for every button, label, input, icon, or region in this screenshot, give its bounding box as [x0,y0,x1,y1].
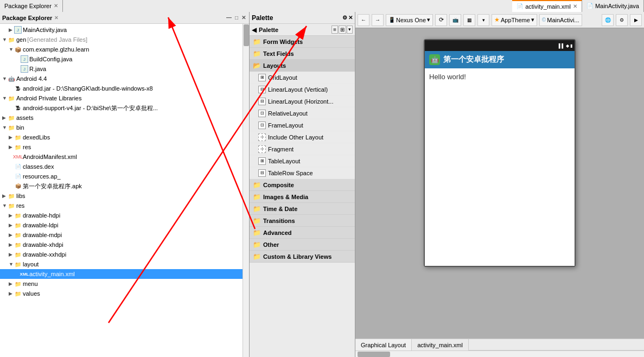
scrollbar-thumb [244,24,249,46]
tree-item-androidjar[interactable]: 🗜 android.jar - D:\ShangGK\adt-bundle-wi… [0,84,243,93]
palette-item-framelayout[interactable]: ⊡ FrameLayout [250,119,355,131]
palette-close-icon[interactable]: ✕ [348,15,353,21]
tab-close-activity-main[interactable]: ✕ [573,3,577,9]
tree-item-private-libs[interactable]: ▼ 📁 Android Private Libraries [0,93,243,103]
palette-section-other[interactable]: 📁 Other [250,239,355,251]
maximize-btn[interactable]: □ [234,15,239,21]
tree-item-support[interactable]: 🗜 android-support-v4.jar - D:\biShe\第一个安… [0,103,243,113]
api-btn[interactable]: ⚙ [616,14,628,26]
tab-mainactivity-java[interactable]: 📄 MainActivity.java [582,0,644,12]
palette-section-advanced[interactable]: 📁 Advanced [250,227,355,239]
tree-item-drawable-mdpi[interactable]: ▶ 📁 drawable-mdpi [0,230,243,240]
tree-item-dexedlibs[interactable]: ▶ 📁 dexedLibs [0,132,243,142]
tree-arrow: ▼ [9,262,13,267]
palette-section-transitions[interactable]: 📁 Transitions [250,215,355,227]
tab-close-package-explorer[interactable]: ✕ [54,3,58,9]
palette-section-layouts[interactable]: 📂 Layouts [250,60,355,72]
file-icon: 📄 [14,163,22,170]
folder-icon: 📁 [253,181,261,189]
header-close-icon: ✕ [54,15,59,21]
device-selector-dropdown[interactable]: 📱 Nexus One ▾ [386,14,433,26]
toolbar-forward-btn[interactable]: → [372,14,384,26]
palette-section-custom-library[interactable]: 📁 Custom & Library Views [250,251,355,263]
tree-item-resources[interactable]: 📄 resources.ap_ [0,171,243,181]
screen-btn[interactable]: 📺 [449,14,461,26]
palette-section-time-date[interactable]: 📁 Time & Date [250,203,355,215]
palette-item-relativelayout[interactable]: ⊡ RelativeLayout [250,107,355,119]
item-label: values [23,290,40,297]
palette-settings-icon[interactable]: ⚙ [342,15,347,21]
palette-section-form-widgets[interactable]: 📁 Form Widgets [250,36,355,48]
tree-arrow: ▶ [9,135,13,140]
palette-item-linearlayout-v[interactable]: ⊟ LinearLayout (Vertical) [250,84,355,95]
screen-btn-2[interactable]: ▦ [463,14,475,26]
more-btn[interactable]: ▾ [477,14,489,26]
palette-title: Palette [252,14,273,22]
horizontal-scrollbar[interactable] [355,350,644,357]
tree-item-bin[interactable]: ▼ 📁 bin [0,123,243,132]
tab-package-explorer[interactable]: Package Explorer ✕ [0,0,63,12]
tree-item-android44[interactable]: ▼ 🤖 Android 4.4 [0,74,243,84]
palette-section-text-fields[interactable]: 📁 Text Fields [250,48,355,60]
palette-view-btn-1[interactable]: ≡ [331,25,338,34]
palette-back-arrow[interactable]: ◀ [252,26,257,34]
palette-item-fragment[interactable]: ⊹ Fragment [250,143,355,155]
tree-item-androidmanifest[interactable]: XML AndroidManifest.xml [0,152,243,162]
panel-controls: — □ ✕ [225,15,247,21]
minimize-btn[interactable]: — [225,15,233,21]
palette-item-include-other[interactable]: ⊹ Include Other Layout [250,131,355,143]
palette-item-tablelayout[interactable]: ⊞ TableLayout [250,155,355,167]
tree-item-assets[interactable]: ▶ 📁 assets [0,113,243,123]
xml-tab[interactable]: activity_main.xml [412,339,469,351]
tree-item-res-bin[interactable]: ▶ 📁 res [0,142,243,152]
tree-item-menu[interactable]: ▶ 📁 menu [0,279,243,289]
rotate-btn[interactable]: ⟳ [435,14,447,26]
tree-item-buildconfig[interactable]: J BuildConfig.java [0,54,243,64]
theme-selector[interactable]: ★ AppTheme ▾ [492,14,537,26]
toolbar-back-btn[interactable]: ← [358,14,369,26]
apk-icon: 📦 [14,182,22,190]
theme-dropdown-arrow: ▾ [531,16,534,23]
tree-item-layout[interactable]: ▼ 📁 layout [0,259,243,269]
activity-name: MainActivi... [547,17,579,23]
activity-selector[interactable]: © MainActivi... [539,14,582,26]
tree-item-libs[interactable]: ▶ 📁 libs [0,191,243,201]
palette-item-linearlayout-h[interactable]: ⊟ LinearLayout (Horizont... [250,95,355,107]
tree-item-gen[interactable]: ▼ 📁 gen [Generated Java Files] [0,35,243,44]
tree-arrow: ▶ [9,27,13,33]
gridlayout-icon: ⊞ [258,74,266,81]
tree-item-res[interactable]: ▼ 📁 res [0,201,243,211]
tab-activity-main-xml[interactable]: 📄 activity_main.xml ✕ [512,0,582,12]
tree-item-rjava[interactable]: J R.java [0,64,243,74]
tree-item-mainactivity[interactable]: ▶ J MainActivity.java [0,25,243,35]
palette-section-images-media[interactable]: 📁 Images & Media [250,191,355,203]
tree-item-drawable-ldpi[interactable]: ▶ 📁 drawable-ldpi [0,220,243,230]
palette-view-btn-2[interactable]: ⊞ [339,25,346,34]
tree-item-drawable-hdpi[interactable]: ▶ 📁 drawable-hdpi [0,211,243,220]
item-label: android.jar - D:\ShangGK\adt-bundle-wind… [23,85,153,92]
tree-item-apk[interactable]: 📦 第一个安卓批程序.apk [0,181,243,191]
pkg-icon: 📦 [14,46,22,53]
palette-dropdown-btn[interactable]: ▾ [347,25,353,34]
tree-arrow: ▶ [9,222,13,228]
palette-item-gridlayout[interactable]: ⊞ GridLayout [250,72,355,84]
tree-arrow: ▼ [2,203,7,208]
star-icon: ★ [494,16,500,23]
tree-item-com-example[interactable]: ▼ 📦 com.example.glzhu.learn [0,44,243,54]
tree-arrow: ▶ [9,291,13,296]
close-btn[interactable]: ✕ [240,15,247,21]
folder-icon: 📁 [14,280,22,288]
graphical-layout-tab[interactable]: Graphical Layout [355,339,412,351]
tree-item-activity-main-xml[interactable]: XML activity_main.xml [0,269,243,279]
locale-btn[interactable]: 🌐 [602,14,614,26]
section-label: Other [263,241,279,248]
tree-item-classes[interactable]: 📄 classes.dex [0,162,243,171]
tree-scrollbar[interactable] [243,24,249,357]
render-btn[interactable]: ▶ [630,14,642,26]
tree-item-drawable-xxhdpi[interactable]: ▶ 📁 drawable-xxhdpi [0,250,243,259]
tree-item-values[interactable]: ▶ 📁 values [0,289,243,298]
palette-section-composite[interactable]: 📁 Composite [250,179,355,191]
tree-item-drawable-xhdpi[interactable]: ▶ 📁 drawable-xhdpi [0,240,243,250]
palette-item-tablerow-space[interactable]: ⊟ TableRow Space [250,167,355,179]
package-explorer-title: Package Explorer [2,15,52,21]
